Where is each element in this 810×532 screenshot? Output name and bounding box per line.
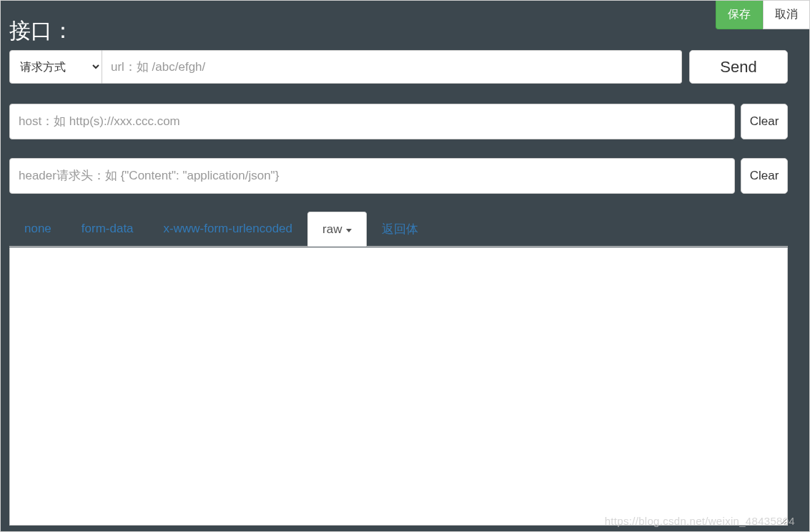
- host-clear-button[interactable]: Clear: [741, 104, 788, 139]
- tab-label: 返回体: [382, 221, 418, 237]
- host-row: Clear: [9, 104, 788, 139]
- cancel-button[interactable]: 取消: [763, 1, 809, 29]
- tab-form-data[interactable]: form-data: [66, 211, 149, 246]
- tab-raw[interactable]: raw: [307, 212, 367, 247]
- page-title: 接口：: [9, 18, 74, 44]
- host-input[interactable]: [9, 104, 735, 139]
- tab-none[interactable]: none: [9, 211, 66, 246]
- header-row: Clear: [9, 158, 788, 194]
- header-input[interactable]: [9, 158, 735, 194]
- url-input[interactable]: [102, 50, 682, 84]
- api-editor-panel: 保存 取消 接口： 请求方式GETPOSTPUTDELETE Send Clea…: [0, 0, 810, 532]
- tab-x-www-form-urlencoded[interactable]: x-www-form-urlencoded: [149, 211, 307, 246]
- tab-label: x-www-form-urlencoded: [164, 222, 292, 236]
- tab-label: form-data: [82, 222, 134, 236]
- tab-response[interactable]: 返回体: [367, 211, 433, 246]
- method-url-row: 请求方式GETPOSTPUTDELETE Send: [9, 50, 788, 84]
- body-tabs: noneform-datax-www-form-urlencodedraw返回体: [9, 211, 788, 247]
- save-button[interactable]: 保存: [716, 1, 763, 29]
- method-select[interactable]: 请求方式GETPOSTPUTDELETE: [9, 50, 102, 84]
- header-buttons: 保存 取消: [716, 1, 809, 29]
- tab-label: raw: [322, 222, 342, 237]
- body-textarea[interactable]: [9, 247, 788, 526]
- body-area: [9, 247, 788, 526]
- tab-label: none: [24, 222, 51, 236]
- send-button[interactable]: Send: [689, 50, 788, 84]
- header-clear-button[interactable]: Clear: [741, 158, 788, 194]
- caret-down-icon: [346, 229, 352, 232]
